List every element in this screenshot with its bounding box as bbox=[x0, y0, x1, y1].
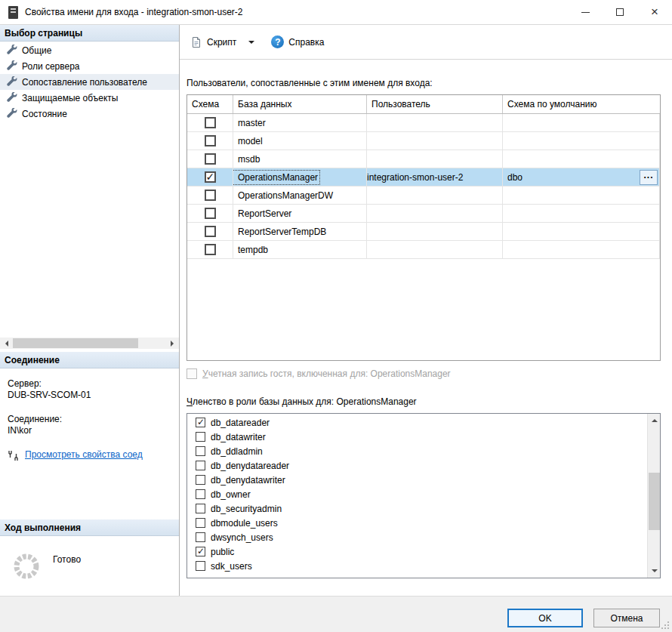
view-connection-properties-link[interactable]: Просмотреть свойства соед bbox=[25, 449, 143, 461]
database-cell[interactable]: model bbox=[233, 132, 367, 150]
scroll-up-arrow[interactable] bbox=[648, 414, 661, 427]
scroll-thumb[interactable] bbox=[13, 338, 138, 348]
role-label: db_datawriter bbox=[211, 432, 266, 442]
schema-map-checkbox[interactable] bbox=[205, 117, 216, 128]
window-title: Свойства имени для входа - integration-s… bbox=[25, 7, 243, 17]
schema-map-checkbox[interactable] bbox=[205, 135, 216, 146]
user-cell[interactable] bbox=[367, 205, 503, 222]
role-checkbox[interactable] bbox=[196, 475, 205, 485]
schema-map-checkbox[interactable] bbox=[205, 208, 216, 219]
cancel-button[interactable]: Отмена bbox=[593, 609, 660, 627]
scroll-left-arrow[interactable] bbox=[0, 338, 12, 349]
role-checkbox[interactable] bbox=[196, 518, 205, 528]
user-cell[interactable] bbox=[367, 223, 503, 240]
default-schema-cell[interactable] bbox=[503, 114, 660, 131]
script-button[interactable]: Скрипт bbox=[186, 33, 241, 51]
wrench-icon bbox=[6, 76, 17, 88]
database-cell[interactable]: msdb bbox=[233, 150, 367, 168]
role-checkbox[interactable] bbox=[196, 432, 205, 442]
sidebar-page-item[interactable]: Общие bbox=[0, 42, 179, 58]
database-cell[interactable]: ReportServer bbox=[233, 205, 367, 222]
pages-horizontal-scrollbar[interactable] bbox=[0, 338, 179, 349]
schema-map-checkbox[interactable] bbox=[205, 244, 216, 255]
role-checkbox[interactable] bbox=[196, 561, 205, 571]
column-header[interactable]: База данных bbox=[233, 95, 367, 113]
database-cell[interactable]: ReportServerTempDB bbox=[233, 223, 367, 240]
wrench-icon bbox=[6, 60, 17, 72]
schema-map-checkbox[interactable] bbox=[205, 226, 216, 237]
table-row[interactable]: master bbox=[187, 114, 660, 132]
role-checkbox[interactable] bbox=[196, 532, 205, 542]
browse-schema-button[interactable]: ... bbox=[640, 170, 658, 185]
role-list-item[interactable]: db_ddladmin bbox=[187, 444, 647, 458]
role-list-item[interactable]: dwsynch_users bbox=[187, 530, 647, 544]
user-cell[interactable] bbox=[367, 187, 503, 204]
role-list-item[interactable]: sdk_users bbox=[187, 559, 647, 573]
default-schema-cell[interactable] bbox=[503, 241, 660, 258]
role-list-item[interactable]: db_securityadmin bbox=[187, 501, 647, 516]
table-row[interactable]: OperationsManagerDW bbox=[187, 187, 660, 205]
scroll-thumb[interactable] bbox=[649, 473, 660, 530]
role-list-item[interactable]: db_datawriter bbox=[187, 430, 647, 444]
sidebar-page-item[interactable]: Сопоставление пользователе bbox=[0, 74, 179, 90]
user-cell[interactable]: integration-smon-user-2 bbox=[367, 168, 503, 186]
plug-icon bbox=[8, 450, 20, 461]
main-pane: Скрипт ? Справка Пользователи, сопоставл… bbox=[180, 25, 672, 596]
schema-map-checkbox[interactable] bbox=[205, 171, 216, 183]
database-cell[interactable]: tempdb bbox=[233, 241, 367, 258]
scroll-down-arrow[interactable] bbox=[648, 565, 661, 578]
role-list-item[interactable]: db_denydatareader bbox=[187, 458, 647, 473]
sidebar-page-item[interactable]: Защищаемые объекты bbox=[0, 90, 179, 106]
script-dropdown-button[interactable] bbox=[242, 35, 260, 50]
sidebar-page-item[interactable]: Роли сервера bbox=[0, 58, 179, 74]
schema-map-checkbox[interactable] bbox=[205, 153, 216, 165]
column-header[interactable]: Схема по умолчанию bbox=[503, 95, 660, 113]
column-header[interactable]: Схема bbox=[187, 95, 233, 113]
scroll-right-arrow[interactable] bbox=[167, 338, 179, 349]
close-button[interactable]: × bbox=[637, 0, 672, 24]
column-header[interactable]: Пользователь bbox=[367, 95, 503, 113]
schema-map-checkbox[interactable] bbox=[205, 190, 216, 201]
roles-vertical-scrollbar[interactable] bbox=[647, 414, 660, 578]
role-list-item[interactable]: dbmodule_users bbox=[187, 516, 647, 530]
connection-value: IN\kor bbox=[8, 425, 174, 436]
table-row[interactable]: tempdb bbox=[187, 241, 660, 259]
minimize-button[interactable] bbox=[568, 0, 603, 24]
role-list-item[interactable]: public bbox=[187, 544, 647, 559]
minimize-icon bbox=[581, 12, 590, 13]
user-cell[interactable] bbox=[367, 132, 503, 150]
role-list-item[interactable]: db_denydatawriter bbox=[187, 473, 647, 487]
database-cell[interactable]: master bbox=[233, 114, 367, 131]
maximize-button[interactable] bbox=[603, 0, 637, 24]
role-checkbox[interactable] bbox=[196, 446, 205, 456]
ok-button[interactable]: OK bbox=[507, 609, 583, 627]
role-checkbox[interactable] bbox=[196, 547, 205, 556]
role-checkbox[interactable] bbox=[196, 504, 205, 513]
sidebar-page-item[interactable]: Состояние bbox=[0, 106, 179, 122]
database-cell[interactable]: OperationsManager bbox=[233, 168, 367, 186]
table-row[interactable]: ReportServerTempDB bbox=[187, 223, 660, 241]
default-schema-cell[interactable] bbox=[503, 223, 660, 240]
database-cell[interactable]: OperationsManagerDW bbox=[233, 187, 367, 204]
table-row[interactable]: ReportServer bbox=[187, 205, 660, 223]
role-checkbox[interactable] bbox=[196, 461, 205, 470]
role-checkbox[interactable] bbox=[196, 418, 205, 427]
resize-grip[interactable] bbox=[667, 627, 669, 629]
table-row[interactable]: model bbox=[187, 132, 660, 150]
default-schema-cell[interactable]: dbo ... bbox=[503, 168, 660, 186]
role-list-item[interactable]: db_datareader bbox=[187, 415, 647, 430]
table-row[interactable]: OperationsManager integration-smon-user-… bbox=[187, 168, 660, 187]
default-schema-cell[interactable] bbox=[503, 150, 660, 168]
user-cell[interactable] bbox=[367, 241, 503, 258]
table-row[interactable]: msdb bbox=[187, 150, 660, 168]
user-cell[interactable] bbox=[367, 114, 503, 131]
help-button[interactable]: ? Справка bbox=[267, 32, 328, 51]
users-table-header: СхемаБаза данныхПользовательСхема по умо… bbox=[187, 95, 660, 114]
title-bar: Свойства имени для входа - integration-s… bbox=[0, 0, 672, 25]
role-list-item[interactable]: db_owner bbox=[187, 487, 647, 501]
default-schema-cell[interactable] bbox=[503, 205, 660, 222]
user-cell[interactable] bbox=[367, 150, 503, 168]
default-schema-cell[interactable] bbox=[503, 187, 660, 204]
default-schema-cell[interactable] bbox=[503, 132, 660, 150]
role-checkbox[interactable] bbox=[196, 489, 205, 499]
